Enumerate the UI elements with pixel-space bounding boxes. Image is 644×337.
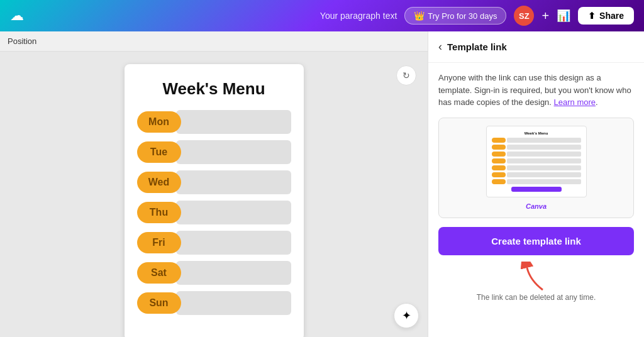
day-badge-wed: Wed bbox=[137, 172, 181, 193]
day-badge-sat: Sat bbox=[137, 262, 181, 284]
mini-content-2 bbox=[507, 145, 581, 150]
panel-description: Anyone with the link can use this design… bbox=[438, 72, 634, 109]
canva-watermark: Canva bbox=[526, 202, 547, 210]
day-content-wed bbox=[176, 170, 291, 194]
day-content-tue bbox=[176, 140, 291, 164]
day-content-thu bbox=[176, 201, 291, 224]
mini-row-6 bbox=[492, 172, 581, 177]
mini-content-6 bbox=[507, 172, 581, 177]
day-content-sun bbox=[176, 291, 291, 315]
mini-row-4 bbox=[492, 158, 581, 163]
left-panel: Position ↻ Week's Menu Mon Tue Wed Th bbox=[0, 31, 428, 337]
back-button[interactable]: ‹ bbox=[438, 40, 442, 53]
mini-row-5 bbox=[492, 165, 581, 170]
day-badge-thu: Thu bbox=[137, 202, 181, 223]
day-row-fri: Fri bbox=[137, 231, 291, 255]
canvas-area: ↻ Week's Menu Mon Tue Wed Thu bbox=[0, 52, 428, 337]
analytics-icon[interactable]: 📊 bbox=[557, 9, 570, 23]
crown-icon: 👑 bbox=[414, 11, 425, 21]
mini-content-4 bbox=[507, 158, 581, 163]
day-content-mon bbox=[176, 110, 291, 134]
main-area: Position ↻ Week's Menu Mon Tue Wed Th bbox=[0, 31, 644, 337]
create-template-link-button[interactable]: Create template link bbox=[438, 227, 634, 255]
delete-note: The link can be deleted at any time. bbox=[438, 293, 634, 302]
mini-badge-2 bbox=[492, 145, 506, 150]
panel-header: ‹ Template link bbox=[428, 31, 644, 63]
share-label: Share bbox=[599, 11, 624, 21]
day-content-sat bbox=[176, 261, 291, 285]
day-row-sat: Sat bbox=[137, 261, 291, 285]
design-title: Week's Menu bbox=[137, 79, 291, 99]
share-button[interactable]: ⬆ Share bbox=[578, 7, 634, 25]
mini-content-5 bbox=[507, 165, 581, 170]
add-button[interactable]: + bbox=[541, 9, 549, 23]
mini-content-1 bbox=[507, 138, 581, 143]
mini-design-preview: Week's Menu bbox=[486, 126, 587, 197]
mini-row-1 bbox=[492, 138, 581, 143]
mini-title: Week's Menu bbox=[492, 131, 581, 135]
mini-badge-4 bbox=[492, 158, 506, 163]
share-upload-icon: ⬆ bbox=[588, 11, 596, 21]
mini-purple-bar bbox=[511, 187, 562, 192]
day-row-mon: Mon bbox=[137, 110, 291, 134]
panel-title: Template link bbox=[447, 41, 507, 52]
day-badge-mon: Mon bbox=[137, 111, 181, 133]
try-pro-label: Try Pro for 30 days bbox=[428, 11, 497, 21]
day-content-fri bbox=[176, 231, 291, 255]
day-row-sun: Sun bbox=[137, 291, 291, 315]
day-badge-fri: Fri bbox=[137, 232, 181, 253]
mini-row-7 bbox=[492, 179, 581, 184]
day-row-thu: Thu bbox=[137, 201, 291, 224]
mini-row-3 bbox=[492, 152, 581, 157]
try-pro-button[interactable]: 👑 Try Pro for 30 days bbox=[404, 7, 506, 25]
mini-badge-6 bbox=[492, 172, 506, 177]
magic-button[interactable]: ✦ bbox=[394, 303, 419, 328]
user-avatar[interactable]: SZ bbox=[514, 6, 534, 26]
refresh-button[interactable]: ↻ bbox=[396, 65, 416, 86]
day-badge-sun: Sun bbox=[137, 292, 181, 314]
mini-badge-5 bbox=[492, 165, 506, 170]
mini-row-2 bbox=[492, 145, 581, 150]
arrow-area bbox=[438, 262, 634, 293]
learn-more-link[interactable]: Learn more bbox=[554, 97, 596, 107]
day-badge-tue: Tue bbox=[137, 141, 181, 163]
mini-badge-3 bbox=[492, 152, 506, 157]
mini-content-7 bbox=[507, 179, 581, 184]
app-header: ☁ Your paragraph text 👑 Try Pro for 30 d… bbox=[0, 0, 644, 31]
template-link-panel: ‹ Template link Anyone with the link can… bbox=[428, 31, 644, 337]
template-preview: Week's Menu bbox=[438, 118, 634, 218]
mini-badge-7 bbox=[492, 179, 506, 184]
red-arrow-icon bbox=[518, 262, 555, 293]
mini-badge-1 bbox=[492, 138, 506, 143]
day-row-wed: Wed bbox=[137, 170, 291, 194]
day-row-tue: Tue bbox=[137, 140, 291, 164]
paragraph-text-label: Your paragraph text bbox=[320, 11, 397, 21]
mini-content-3 bbox=[507, 152, 581, 157]
canva-logo: ☁ bbox=[10, 8, 24, 24]
design-card: Week's Menu Mon Tue Wed Thu bbox=[125, 64, 304, 337]
position-label: Position bbox=[0, 31, 428, 52]
panel-body: Anyone with the link can use this design… bbox=[428, 63, 644, 337]
